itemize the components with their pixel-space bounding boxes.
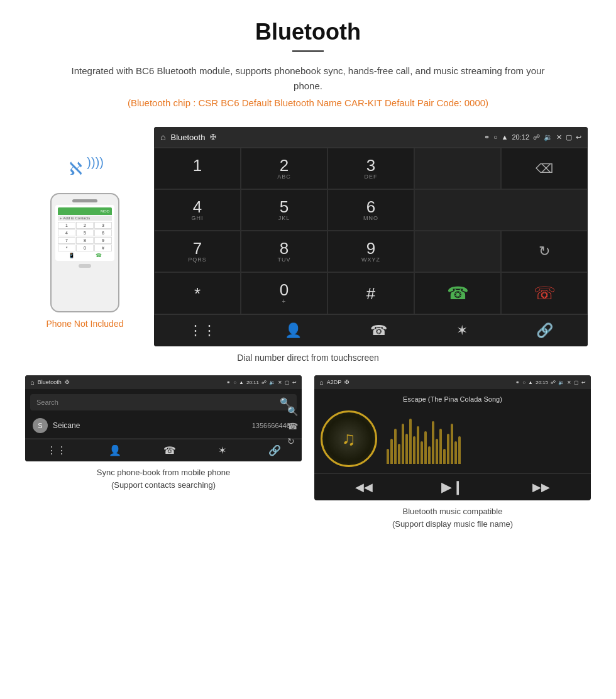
ms-home-icon[interactable]: ⌂	[319, 378, 324, 386]
music-play-pause-btn[interactable]: ▶❙	[441, 479, 463, 495]
phonebook-sidebar: 🔍 ☎ ↻	[287, 406, 298, 446]
dial-key-5[interactable]: 5 JKL	[241, 189, 327, 231]
dial-key-star[interactable]: *	[154, 272, 241, 314]
close-icon[interactable]: ✕	[556, 133, 562, 141]
toolbar-link-icon[interactable]: 🔗	[536, 322, 553, 339]
phonebook-item: ⌂ Bluetooth ✠ ⚭ ○ ▲ 20:11 ☍ 🔉 ✕ ▢ ↩	[25, 375, 302, 530]
dial-key-hash[interactable]: #	[327, 272, 414, 314]
call-green-icon: ☎	[447, 283, 469, 304]
dial-key-7[interactable]: 7 PQRS	[154, 231, 241, 272]
key-6-main: 6	[366, 199, 375, 215]
phone-screen-top: MOD	[58, 207, 112, 215]
phone-side: ℵ )))) MOD +Add to Contacts 123 456 789 …	[28, 127, 141, 329]
contact-name: Seicane	[53, 421, 252, 430]
phone-home-btn	[79, 264, 91, 268]
dial-key-3[interactable]: 3 DEF	[327, 148, 414, 189]
dial-key-8[interactable]: 8 TUV	[241, 231, 327, 272]
statusbar-left: ⌂ Bluetooth ✠	[160, 132, 216, 142]
toolbar-contact-icon[interactable]: 👤	[285, 322, 302, 339]
dial-key-1[interactable]: 1	[154, 148, 241, 189]
bluetooth-icon: ℵ	[69, 158, 82, 179]
music-song-title: Escape (The Pina Colada Song)	[403, 395, 502, 403]
pb-statusbar-left: ⌂ Bluetooth ✠	[30, 378, 70, 386]
pb-tb-phone-icon[interactable]: ☎	[163, 444, 176, 456]
pb-statusbar-right: ⚭ ○ ▲ 20:11 ☍ 🔉 ✕ ▢ ↩	[226, 380, 297, 385]
music-prev-btn[interactable]: ◀◀	[355, 480, 373, 494]
key-5-main: 5	[280, 199, 289, 215]
statusbar-title: Bluetooth	[170, 133, 205, 142]
pb-tb-grid-icon[interactable]: ⋮⋮	[47, 444, 67, 456]
key-8-sub: TUV	[278, 256, 291, 263]
phonebook-toolbar: ⋮⋮ 👤 ☎ ✶ 🔗	[25, 439, 302, 461]
phone-dialpad: 123 456 789 *0#	[58, 222, 112, 251]
key-hash-main: #	[366, 285, 375, 302]
pb-volume-icon[interactable]: 🔉	[269, 380, 275, 385]
ms-volume-icon[interactable]: 🔉	[558, 380, 564, 385]
pb-side-phone-icon[interactable]: ☎	[287, 421, 298, 431]
key-5-sub: JKL	[278, 215, 290, 221]
pb-window-icon[interactable]: ▢	[285, 380, 290, 385]
phonebook-statusbar: ⌂ Bluetooth ✠ ⚭ ○ ▲ 20:11 ☍ 🔉 ✕ ▢ ↩	[25, 375, 302, 389]
home-icon[interactable]: ⌂	[160, 132, 165, 142]
pb-camera-icon[interactable]: ☍	[261, 380, 267, 385]
bluetooth-specs: (Bluetooth chip : CSR BC6 Default Blueto…	[13, 97, 603, 108]
music-artwork-area: ♫	[321, 410, 585, 467]
phone-bottom-row: 📱 ☎	[58, 253, 112, 258]
toolbar-bt-icon[interactable]: ✶	[456, 322, 468, 339]
dial-call-red[interactable]: ☏	[501, 272, 588, 314]
statusbar-right: ⚭ ○ ▲ 20:12 ☍ 🔉 ✕ ▢ ↩	[484, 133, 581, 141]
pb-tb-bt-icon[interactable]: ✶	[218, 444, 226, 456]
key-0-sub: +	[282, 298, 287, 305]
key-1-sub	[194, 173, 201, 180]
toolbar-grid-icon[interactable]: ⋮⋮	[189, 322, 216, 339]
pb-tb-contact-icon[interactable]: 👤	[109, 444, 121, 456]
dial-statusbar: ⌂ Bluetooth ✠ ⚭ ○ ▲ 20:12 ☍ 🔉 ✕ ▢ ↩	[154, 127, 588, 147]
toolbar-phone-icon[interactable]: ☎	[370, 322, 387, 339]
ms-close-icon[interactable]: ✕	[567, 380, 571, 385]
volume-icon[interactable]: 🔉	[544, 133, 553, 141]
dial-call-green[interactable]: ☎	[414, 272, 501, 314]
key-3-main: 3	[366, 157, 375, 173]
window-icon[interactable]: ▢	[566, 133, 572, 141]
page-header: Bluetooth Integrated with BC6 Bluetooth …	[0, 0, 616, 127]
main-section: ℵ )))) MOD +Add to Contacts 123 456 789 …	[0, 127, 616, 346]
ms-camera-icon[interactable]: ☍	[551, 380, 556, 385]
pb-bt-icon: ⚭	[226, 380, 231, 385]
pb-home-icon[interactable]: ⌂	[30, 378, 35, 386]
pb-close-icon[interactable]: ✕	[278, 380, 282, 385]
dial-empty-r2c4	[414, 189, 588, 231]
back-icon[interactable]: ↩	[576, 133, 581, 141]
music-next-btn[interactable]: ▶▶	[532, 480, 550, 494]
key-9-main: 9	[366, 240, 375, 256]
dial-key-2[interactable]: 2 ABC	[241, 148, 327, 189]
bt-waves-icon: ))))	[87, 155, 104, 170]
pb-side-reload-icon[interactable]: ↻	[287, 436, 298, 446]
key-4-main: 4	[193, 199, 202, 215]
phone-mockup: MOD +Add to Contacts 123 456 789 *0# 📱 ☎	[50, 193, 119, 312]
key-1-main: 1	[193, 157, 202, 173]
pb-signal-icon: ▲	[239, 380, 244, 385]
contact-row[interactable]: S Seicane 13566664466	[25, 413, 302, 439]
key-7-main: 7	[193, 240, 202, 256]
pb-back-icon[interactable]: ↩	[292, 380, 297, 385]
key-8-main: 8	[280, 240, 289, 256]
dial-key-9[interactable]: 9 WXYZ	[327, 231, 414, 272]
phone-speaker	[72, 199, 97, 202]
ms-window-icon[interactable]: ▢	[574, 380, 579, 385]
dial-reload[interactable]: ↻	[501, 231, 588, 272]
camera-icon[interactable]: ☍	[533, 133, 540, 141]
ms-bt-icon: ⚭	[515, 380, 520, 385]
phonebook-search[interactable]: Search 🔍	[30, 394, 297, 410]
usb-icon: ✠	[210, 133, 216, 141]
dial-key-6[interactable]: 6 MNO	[327, 189, 414, 231]
dial-key-0[interactable]: 0 +	[241, 272, 327, 314]
ms-back-icon[interactable]: ↩	[581, 380, 586, 385]
dial-key-4[interactable]: 4 GHI	[154, 189, 241, 231]
dial-backspace[interactable]: ⌫	[501, 148, 588, 189]
pb-tb-link-icon[interactable]: 🔗	[268, 444, 281, 456]
key-2-sub: ABC	[277, 173, 291, 180]
dial-screen: ⌂ Bluetooth ✠ ⚭ ○ ▲ 20:12 ☍ 🔉 ✕ ▢ ↩ 1	[154, 127, 588, 346]
key-7-sub: PQRS	[188, 256, 207, 263]
bottom-section: ⌂ Bluetooth ✠ ⚭ ○ ▲ 20:11 ☍ 🔉 ✕ ▢ ↩	[0, 375, 616, 542]
pb-side-search-icon[interactable]: 🔍	[287, 406, 298, 416]
